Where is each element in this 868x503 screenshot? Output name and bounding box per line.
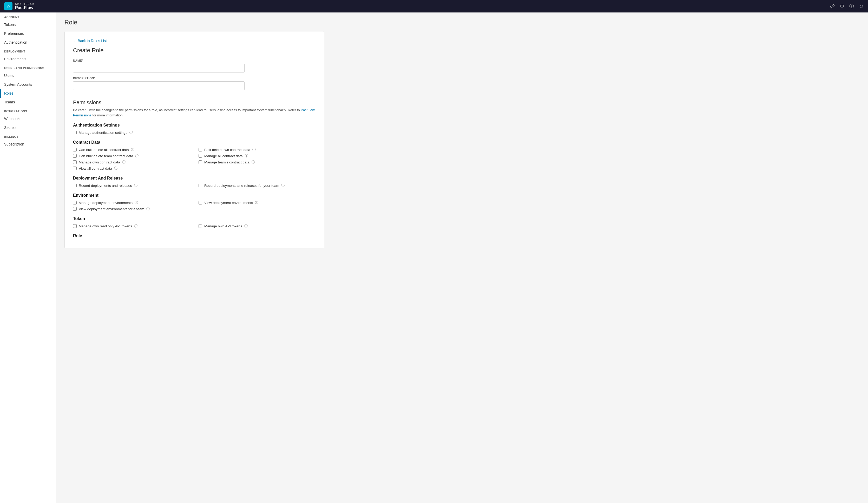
- user-icon[interactable]: ☺: [859, 4, 864, 9]
- label-view-deployment-envs-team: View deployment environments for a team: [79, 207, 144, 211]
- help-icon-bulk-delete-team[interactable]: ⓘ: [135, 154, 138, 158]
- environment-title: Environment: [73, 193, 316, 198]
- sidebar-item-teams[interactable]: Teams: [0, 98, 56, 106]
- account-section-header: ACCOUNT: [0, 12, 56, 20]
- help-icon-manage-deployment-envs[interactable]: ⓘ: [135, 200, 138, 205]
- label-record-deployments-team: Record deployments and releases for your…: [204, 184, 279, 188]
- checkbox-manage-own-api-tokens[interactable]: [198, 224, 202, 228]
- token-grid: Manage own read only API tokens ⓘ Manage…: [73, 224, 316, 228]
- label-manage-deployment-envs: Manage deployment environments: [79, 201, 133, 205]
- permissions-warning: Be careful with the changes to the permi…: [73, 107, 316, 118]
- help-icon-manage-own-read-tokens[interactable]: ⓘ: [134, 224, 137, 228]
- permission-view-all-contract: View all contract data ⓘ: [73, 166, 190, 171]
- label-bulk-delete-all: Can bulk delete all contract data: [79, 148, 129, 152]
- page-title: Role: [64, 19, 860, 26]
- sidebar-item-users[interactable]: Users: [0, 71, 56, 80]
- label-manage-own-read-tokens: Manage own read only API tokens: [79, 224, 132, 228]
- help-icon-bulk-delete-own[interactable]: ⓘ: [252, 147, 256, 152]
- role-section-title: Role: [73, 233, 316, 238]
- checkbox-record-deployments[interactable]: [73, 184, 77, 187]
- sidebar-item-authentication[interactable]: Authentication: [0, 38, 56, 47]
- sidebar-item-environments[interactable]: Environments: [0, 54, 56, 63]
- help-icon-manage-own-contract[interactable]: ⓘ: [122, 160, 125, 165]
- sidebar-item-subscription[interactable]: Subscription: [0, 140, 56, 149]
- main-content: Role ← Back to Roles List Create Role NA…: [56, 12, 868, 503]
- permission-manage-deployment-envs: Manage deployment environments ⓘ: [73, 200, 190, 205]
- name-input[interactable]: [73, 64, 245, 73]
- role-card: ← Back to Roles List Create Role NAME* D…: [64, 31, 324, 248]
- checkbox-manage-own-contract[interactable]: [73, 160, 77, 164]
- sidebar-item-system-accounts[interactable]: System Accounts: [0, 80, 56, 89]
- deployment-section-header: DEPLOYMENT: [0, 47, 56, 54]
- label-manage-all-contract: Manage all contract data: [204, 154, 243, 158]
- sidebar-item-secrets[interactable]: Secrets: [0, 123, 56, 132]
- permission-manage-all-contract: Manage all contract data ⓘ: [198, 154, 316, 158]
- help-icon-manage-all-contract[interactable]: ⓘ: [245, 154, 248, 158]
- description-input[interactable]: [73, 81, 245, 90]
- label-view-deployment-envs: View deployment environments: [204, 201, 253, 205]
- help-icon[interactable]: ⓘ: [849, 3, 854, 9]
- brand-name: SMARTBEAR: [15, 3, 34, 6]
- checkbox-view-deployment-envs[interactable]: [198, 201, 202, 205]
- checkbox-manage-own-read-tokens[interactable]: [73, 224, 77, 228]
- label-manage-own-contract: Manage own contract data: [79, 160, 120, 164]
- users-permissions-section-header: USERS AND PERMISSIONS: [0, 63, 56, 71]
- checkbox-bulk-delete-own[interactable]: [198, 148, 202, 151]
- logo[interactable]: ◇ SMARTBEAR PactFlow: [4, 2, 34, 10]
- contract-data-grid: Can bulk delete all contract data ⓘ Bulk…: [73, 147, 316, 171]
- checkbox-manage-all-contract[interactable]: [198, 154, 202, 158]
- permission-bulk-delete-team: Can bulk delete team contract data ⓘ: [73, 154, 190, 158]
- environment-grid: Manage deployment environments ⓘ View de…: [73, 200, 316, 211]
- help-icon-view-deployment-envs[interactable]: ⓘ: [255, 200, 258, 205]
- permission-record-deployments: Record deployments and releases ⓘ: [73, 183, 190, 188]
- help-icon-record-deployments[interactable]: ⓘ: [134, 183, 137, 188]
- checkbox-manage-auth[interactable]: [73, 131, 77, 134]
- help-icon-bulk-delete-all[interactable]: ⓘ: [131, 147, 134, 152]
- back-to-roles-link[interactable]: ← Back to Roles List: [73, 39, 107, 43]
- integrations-section-header: INTEGRATIONS: [0, 106, 56, 114]
- help-icon-manage-own-api-tokens[interactable]: ⓘ: [244, 224, 248, 228]
- checkbox-view-all-contract[interactable]: [73, 167, 77, 170]
- topnav: ◇ SMARTBEAR PactFlow ☍ ⚙ ⓘ ☺: [0, 0, 868, 12]
- help-icon-manage-team-contract[interactable]: ⓘ: [251, 160, 255, 165]
- permissions-title: Permissions: [73, 99, 316, 105]
- permission-bulk-delete-all: Can bulk delete all contract data ⓘ: [73, 147, 190, 152]
- permission-manage-own-contract: Manage own contract data ⓘ: [73, 160, 190, 165]
- permission-bulk-delete-own: Bulk delete own contract data ⓘ: [198, 147, 316, 152]
- checkbox-manage-team-contract[interactable]: [198, 160, 202, 164]
- checkbox-manage-deployment-envs[interactable]: [73, 201, 77, 205]
- checkbox-bulk-delete-team[interactable]: [73, 154, 77, 158]
- checkbox-record-deployments-team[interactable]: [198, 184, 202, 187]
- token-title: Token: [73, 217, 316, 221]
- permission-manage-own-api-tokens: Manage own API tokens ⓘ: [198, 224, 316, 228]
- help-icon-view-all-contract[interactable]: ⓘ: [114, 166, 117, 171]
- description-label: DESCRIPTION*: [73, 77, 316, 80]
- sidebar-item-roles[interactable]: Roles: [0, 89, 56, 98]
- permission-manage-auth: Manage authentication settings ⓘ: [73, 130, 316, 135]
- label-manage-own-api-tokens: Manage own API tokens: [204, 224, 242, 228]
- label-bulk-delete-own: Bulk delete own contract data: [204, 148, 250, 152]
- sidebar: ACCOUNT Tokens Preferences Authenticatio…: [0, 12, 56, 503]
- permission-manage-own-read-tokens: Manage own read only API tokens ⓘ: [73, 224, 190, 228]
- settings-icon[interactable]: ⚙: [840, 3, 844, 9]
- help-icon-manage-auth[interactable]: ⓘ: [130, 130, 133, 135]
- billings-section-header: BILLINGS: [0, 132, 56, 140]
- checkbox-view-deployment-envs-team[interactable]: [73, 207, 77, 211]
- sidebar-item-tokens[interactable]: Tokens: [0, 20, 56, 29]
- help-icon-view-deployment-envs-team[interactable]: ⓘ: [146, 207, 150, 211]
- help-icon-record-deployments-team[interactable]: ⓘ: [281, 183, 285, 188]
- label-record-deployments: Record deployments and releases: [79, 184, 132, 188]
- logo-icon: ◇: [4, 2, 12, 10]
- sidebar-item-preferences[interactable]: Preferences: [0, 29, 56, 38]
- permission-view-deployment-envs: View deployment environments ⓘ: [198, 200, 316, 205]
- label-manage-team-contract: Manage team's contract data: [204, 160, 249, 164]
- chat-icon[interactable]: ☍: [830, 3, 835, 9]
- permission-manage-team-contract: Manage team's contract data ⓘ: [198, 160, 316, 165]
- permissions-warning-text: Be careful with the changes to the permi…: [73, 108, 301, 112]
- auth-settings-title: Authentication Settings: [73, 123, 316, 128]
- name-label: NAME*: [73, 59, 316, 62]
- checkbox-bulk-delete-all[interactable]: [73, 148, 77, 151]
- sidebar-item-webhooks[interactable]: Webhooks: [0, 114, 56, 123]
- permissions-warning-end: for more information.: [92, 113, 123, 117]
- topnav-actions: ☍ ⚙ ⓘ ☺: [830, 3, 864, 9]
